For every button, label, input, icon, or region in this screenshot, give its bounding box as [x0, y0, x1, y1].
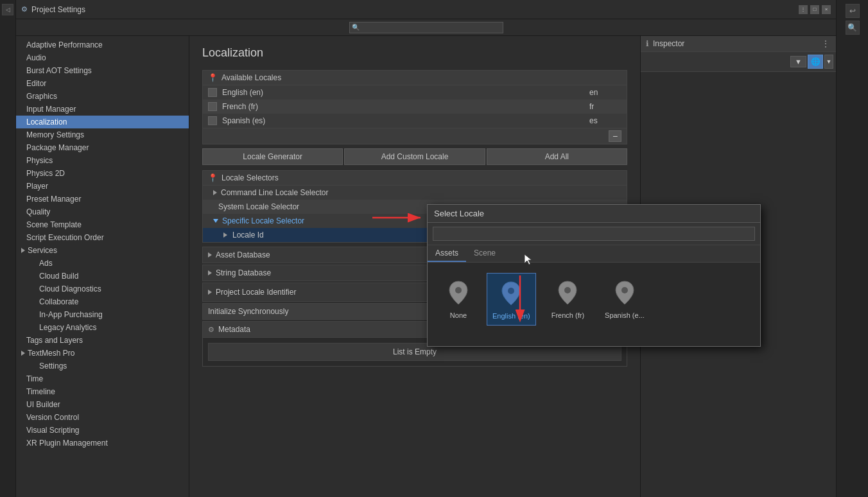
sidebar-item-xr-plugin[interactable]: XR Plugin Management [16, 437, 189, 449]
initialize-sync-label: Initialize Synchronously [208, 307, 288, 316]
command-line-triangle [213, 190, 217, 195]
sidebar-services-header[interactable]: Services [16, 244, 189, 257]
locale-selectors-label: Locale Selectors [221, 173, 279, 182]
search-btn[interactable]: 🔍 [846, 21, 860, 35]
sidebar-item-timeline[interactable]: Timeline [16, 385, 189, 398]
sidebar-item-collaborate[interactable]: Collaborate [16, 295, 189, 308]
undo-btn[interactable]: ↩ [846, 4, 860, 18]
sidebar-item-cloud-diagnostics[interactable]: Cloud Diagnostics [16, 283, 189, 295]
locale-option-french[interactable]: French (fr) [546, 273, 589, 324]
add-custom-locale-btn[interactable]: Add Custom Locale [344, 148, 485, 165]
window-maximize-btn[interactable]: □ [810, 5, 819, 14]
sidebar-textmesh-header[interactable]: TextMesh Pro [16, 347, 189, 360]
popup-content-area: None English (en) [428, 263, 760, 346]
project-locale-triangle [208, 290, 212, 295]
locale-toggle-french[interactable] [208, 102, 217, 111]
textmesh-label: TextMesh Pro [28, 349, 74, 358]
sidebar-item-graphics[interactable]: Graphics [16, 90, 189, 103]
sidebar-item-cloud-build[interactable]: Cloud Build [16, 270, 189, 283]
popup-title: Select Locale [434, 209, 484, 218]
sidebar-item-in-app-purchasing[interactable]: In-App Purchasing [16, 308, 189, 321]
sidebar-item-audio[interactable]: Audio [16, 51, 189, 64]
locale-toggle-spanish[interactable] [208, 116, 217, 125]
svg-point-2 [564, 287, 571, 293]
selectors-pin-icon: 📍 [208, 173, 218, 182]
inspector-globe-dropdown-btn[interactable]: ▼ [824, 55, 833, 69]
sidebar-item-player[interactable]: Player [16, 180, 189, 193]
sidebar-item-editor[interactable]: Editor [16, 77, 189, 90]
sidebar-item-legacy-analytics[interactable]: Legacy Analytics [16, 321, 189, 334]
pin-icon-french [555, 278, 580, 308]
available-locales-header: 📍 Available Locales [203, 71, 627, 85]
sidebar-item-adaptive-performance[interactable]: Adaptive Performance [16, 39, 189, 51]
asset-database-label: Asset Database [216, 250, 270, 259]
inspector-dropdown-btn[interactable]: ▼ [790, 56, 806, 67]
left-panel-btn[interactable]: ◁ [2, 4, 13, 15]
metadata-pin-icon: ⚙ [208, 326, 214, 334]
locale-code-english: en [589, 88, 621, 97]
sidebar-item-quality[interactable]: Quality [16, 205, 189, 218]
string-db-triangle [208, 270, 212, 275]
sidebar-item-memory-settings[interactable]: Memory Settings [16, 128, 189, 141]
window-close-btn[interactable]: × [822, 5, 831, 14]
locale-none-label: None [450, 311, 467, 319]
pin-icon-none [446, 278, 471, 308]
sidebar-item-scene-template[interactable]: Scene Template [16, 218, 189, 231]
sidebar-item-physics-2d[interactable]: Physics 2D [16, 167, 189, 180]
inspector-globe-btn[interactable]: 🌐 [808, 55, 823, 69]
add-all-btn[interactable]: Add All [487, 148, 627, 165]
locale-code-spanish: es [589, 116, 621, 125]
settings-search-input[interactable] [349, 22, 503, 33]
sidebar-item-settings[interactable]: Settings [16, 360, 189, 372]
sidebar-item-ui-builder[interactable]: UI Builder [16, 398, 189, 411]
sidebar-item-visual-scripting[interactable]: Visual Scripting [16, 424, 189, 437]
sidebar-item-preset-manager[interactable]: Preset Manager [16, 193, 189, 205]
locale-option-english[interactable]: English (en) [487, 273, 536, 326]
sidebar-item-script-execution-order[interactable]: Script Execution Order [16, 231, 189, 244]
tab-assets[interactable]: Assets [428, 245, 466, 262]
sidebar-item-physics[interactable]: Physics [16, 154, 189, 167]
inspector-more-btn[interactable]: ⋮ [820, 39, 831, 49]
command-line-selector-row[interactable]: Command Line Locale Selector [203, 186, 627, 200]
sidebar-item-burst-aot[interactable]: Burst AOT Settings [16, 64, 189, 77]
metadata-label: Metadata [218, 325, 250, 334]
command-line-label: Command Line Locale Selector [221, 188, 328, 197]
sidebar-item-time[interactable]: Time [16, 372, 189, 385]
window-menu-btn[interactable]: ⋮ [799, 5, 808, 14]
sidebar-item-package-manager[interactable]: Package Manager [16, 141, 189, 154]
sidebar-item-ads[interactable]: Ads [16, 257, 189, 270]
asset-db-triangle [208, 252, 212, 257]
locale-option-spanish[interactable]: Spanish (e... [600, 273, 650, 324]
locales-pin-icon: 📍 [208, 73, 218, 82]
popup-search-input[interactable] [433, 227, 755, 241]
specific-locale-label: Specific Locale Selector [222, 216, 304, 225]
available-locales-label: Available Locales [221, 73, 281, 82]
locale-minus-btn[interactable]: − [609, 130, 621, 142]
locale-generator-btn[interactable]: Locale Generator [202, 148, 343, 165]
system-locale-label: System Locale Selector [218, 202, 299, 211]
sidebar-item-input-manager[interactable]: Input Manager [16, 103, 189, 116]
svg-point-0 [455, 287, 462, 293]
svg-point-1 [508, 288, 514, 294]
pin-icon-spanish [612, 278, 638, 308]
locale-minus-row: − [203, 128, 627, 144]
locale-option-none[interactable]: None [440, 273, 476, 324]
popup-tabs-row: Assets Scene [428, 245, 760, 263]
locale-code-french: fr [589, 102, 621, 111]
tab-scene[interactable]: Scene [466, 245, 503, 262]
sidebar-item-tags-and-layers[interactable]: Tags and Layers [16, 334, 189, 347]
locale-toggle-english[interactable] [208, 88, 217, 97]
svg-point-3 [621, 287, 628, 293]
sidebar-item-version-control[interactable]: Version Control [16, 411, 189, 424]
window-controls: ⋮ □ × [799, 5, 831, 14]
list-is-empty-label: List is Empty [393, 347, 437, 356]
inspector-toolbar: ▼ 🌐 ▼ [641, 52, 836, 72]
select-locale-popup: Select Locale Assets Scene [427, 204, 761, 347]
locale-row-french: French (fr) fr [203, 100, 627, 114]
services-label: Services [28, 246, 57, 255]
page-title: Localization [202, 46, 627, 60]
locale-row-english: English (en) en [203, 85, 627, 100]
available-locales-section: 📍 Available Locales English (en) en [202, 70, 627, 144]
sidebar-item-localization[interactable]: Localization [16, 116, 189, 128]
window-title: Project Settings [31, 5, 85, 14]
